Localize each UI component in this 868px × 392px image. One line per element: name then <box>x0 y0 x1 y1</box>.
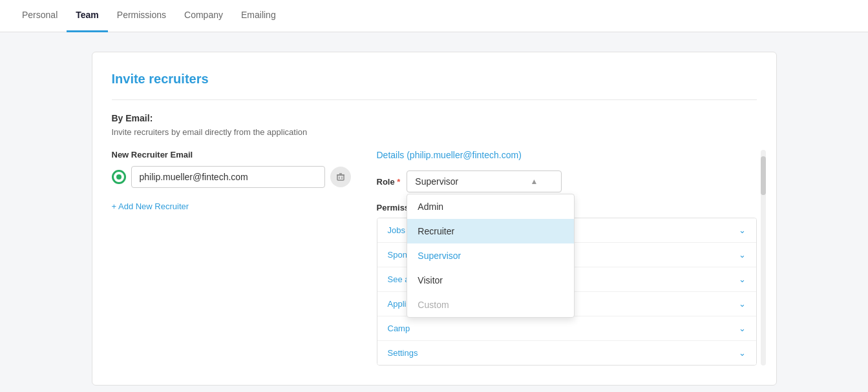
card-title: Invite recruiters <box>112 72 757 87</box>
dropdown-item-recruiter[interactable]: Recruiter <box>407 219 574 243</box>
perm-row-settings[interactable]: Settings ⌄ <box>377 341 756 365</box>
right-col-inner: Details (philip.mueller@fintech.com) Rol… <box>377 150 757 366</box>
details-title-text: Details <box>377 150 405 160</box>
role-label: Role * <box>377 177 401 187</box>
nav-item-emailing[interactable]: Emailing <box>232 0 285 32</box>
left-column: New Recruiter Email <box>112 150 351 366</box>
radio-selected-icon[interactable] <box>112 170 126 184</box>
svg-rect-0 <box>337 175 344 180</box>
chevron-down-icon-settings: ⌄ <box>739 348 746 358</box>
chevron-down-icon-see: ⌄ <box>739 274 746 284</box>
scrollbar-track[interactable] <box>761 150 766 366</box>
scrollbar-thumb[interactable] <box>761 156 766 195</box>
role-row: Role * Supervisor ▲ Admin Recruite <box>377 170 757 192</box>
dropdown-item-admin[interactable]: Admin <box>407 194 574 219</box>
trash-icon <box>336 172 345 181</box>
role-label-text: Role <box>377 177 395 187</box>
nav-item-permissions[interactable]: Permissions <box>108 0 175 32</box>
radio-inner <box>116 174 122 180</box>
two-column-layout: New Recruiter Email <box>112 150 757 366</box>
by-email-label: By Email: <box>112 113 757 123</box>
delete-email-button[interactable] <box>330 167 351 187</box>
by-email-description: Invite recruiters by email directly from… <box>112 127 757 137</box>
nav-item-team[interactable]: Team <box>67 0 108 32</box>
chevron-down-icon-camp: ⌄ <box>739 324 746 333</box>
details-title: Details (philip.mueller@fintech.com) <box>377 150 757 160</box>
right-column: Details (philip.mueller@fintech.com) Rol… <box>377 150 757 366</box>
role-select-wrapper: Supervisor ▲ Admin Recruiter Supervisor … <box>407 170 562 192</box>
chevron-up-icon: ▲ <box>530 177 538 186</box>
chevron-down-icon-spont: ⌄ <box>739 250 746 260</box>
perm-jobs-label: Jobs <box>388 225 405 235</box>
invite-recruiters-card: Invite recruiters By Email: Invite recru… <box>92 52 777 386</box>
role-selected-value: Supervisor <box>415 176 458 187</box>
email-row <box>112 166 351 188</box>
email-input[interactable] <box>131 166 325 188</box>
divider <box>112 99 757 100</box>
dropdown-item-custom[interactable]: Custom <box>407 293 574 317</box>
nav-item-personal[interactable]: Personal <box>13 0 67 32</box>
details-email-ref: (philip.mueller@fintech.com) <box>407 150 522 160</box>
perm-row-campaigns[interactable]: Camp ⌄ <box>377 316 756 341</box>
new-recruiter-email-label: New Recruiter Email <box>112 150 351 160</box>
role-dropdown: Admin Recruiter Supervisor Visitor Custo… <box>407 194 575 318</box>
chevron-down-icon-applic: ⌄ <box>739 299 746 309</box>
perm-settings-label: Settings <box>388 348 418 358</box>
dropdown-item-supervisor[interactable]: Supervisor <box>407 243 574 268</box>
chevron-down-icon-jobs: ⌄ <box>739 225 746 235</box>
dropdown-item-visitor[interactable]: Visitor <box>407 268 574 293</box>
perm-camp-label: Camp <box>388 324 410 333</box>
add-new-recruiter-link[interactable]: + Add New Recruiter <box>112 201 189 211</box>
role-select[interactable]: Supervisor ▲ <box>407 170 562 192</box>
main-content: Invite recruiters By Email: Invite recru… <box>0 32 868 392</box>
role-required-marker: * <box>397 177 400 187</box>
top-navigation: Personal Team Permissions Company Emaili… <box>0 0 868 32</box>
nav-item-company[interactable]: Company <box>175 0 232 32</box>
